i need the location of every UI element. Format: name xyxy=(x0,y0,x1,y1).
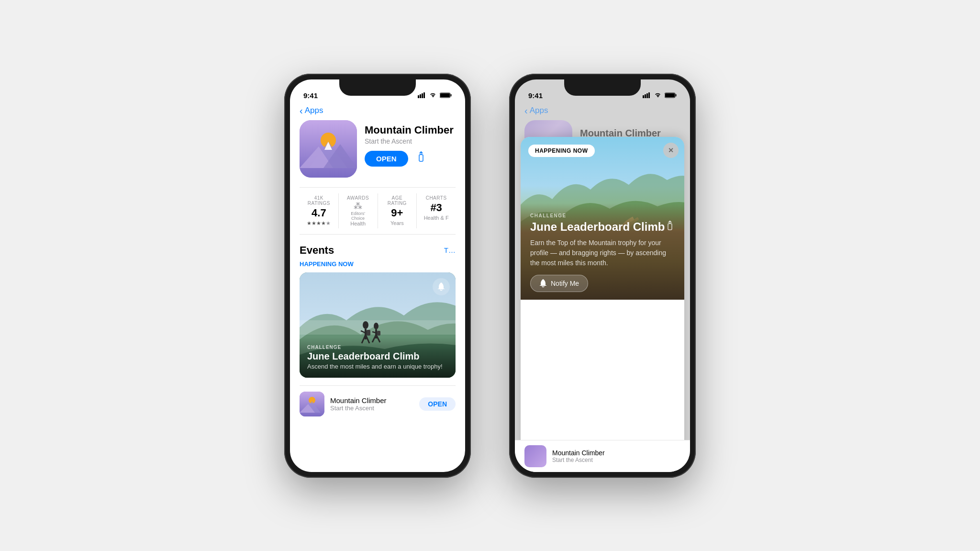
event-image-1: CHALLENGE June Leaderboard Climb Ascend … xyxy=(300,272,456,378)
open-button-bottom-1[interactable]: OPEN xyxy=(419,397,456,411)
event-desc-1: Ascend the most miles and earn a unique … xyxy=(307,363,448,370)
app-header-1: Mountain Climber Start the Ascent OPEN xyxy=(300,120,456,178)
awards-sub: Health xyxy=(343,221,374,226)
phone-2-screen: 9:41 ‹ Apps xyxy=(515,79,690,472)
event-detail-title-row-2: June Leaderboard Climb xyxy=(530,220,675,234)
age-sub: Years xyxy=(382,220,413,226)
bottom-app-row-2: Mountain Climber Start the Ascent xyxy=(515,440,690,472)
editors-choice-badge: ⁂ Editors'Choice xyxy=(343,201,374,221)
event-card-1[interactable]: CHALLENGE June Leaderboard Climb Ascend … xyxy=(300,272,456,378)
ratings-stars: ★★★★★ xyxy=(303,220,334,226)
app-info-1: Mountain Climber Start the Ascent OPEN xyxy=(365,120,456,167)
age-label: AGE RATING xyxy=(382,195,413,206)
svg-rect-37 xyxy=(665,93,675,97)
back-button-2[interactable]: ‹ Apps xyxy=(524,105,548,116)
awards-label: AWARDS xyxy=(343,195,374,201)
rating-cell-charts: CHARTS #3 Health & F xyxy=(417,193,456,228)
happening-now-badge-2: HAPPENING NOW xyxy=(528,145,595,157)
events-more-link[interactable]: T… xyxy=(444,246,456,254)
status-icons-2 xyxy=(643,92,677,100)
event-detail-overlay-2: HAPPENING NOW ✕ xyxy=(521,137,684,472)
wreath-icon: ⁂ xyxy=(354,201,362,211)
app-subtitle-1: Start the Ascent xyxy=(365,137,456,145)
svg-rect-5 xyxy=(440,93,450,97)
event-info-1: CHALLENGE June Leaderboard Climb Ascend … xyxy=(300,337,456,378)
event-hero-image-2: CHALLENGE June Leaderboard Climb Earn th… xyxy=(521,137,684,300)
open-button-1[interactable]: OPEN xyxy=(365,151,408,167)
back-chevron-icon-2: ‹ xyxy=(524,105,528,116)
editors-choice-text: Editors'Choice xyxy=(351,211,365,221)
back-label-2: Apps xyxy=(530,106,548,115)
app-row-sub-1: Start the Ascent xyxy=(330,405,413,412)
battery-icon-1 xyxy=(440,92,452,100)
status-time-1: 9:41 xyxy=(303,91,318,100)
notch-1 xyxy=(339,79,416,96)
charts-sub: Health & F xyxy=(421,215,452,221)
wifi-icon-2 xyxy=(654,92,662,100)
charts-label: CHARTS xyxy=(421,195,452,201)
phone-2: 9:41 ‹ Apps xyxy=(509,74,696,478)
svg-rect-2 xyxy=(422,93,423,98)
back-chevron-icon-1: ‹ xyxy=(300,105,303,116)
bottom-app-name-row-2: Mountain Climber xyxy=(552,449,680,457)
svg-rect-35 xyxy=(648,92,650,98)
rating-cell-age: AGE RATING 9+ Years xyxy=(378,193,417,228)
app-actions-1: OPEN xyxy=(365,151,456,167)
phone-1-screen: 9:41 ‹ Apps xyxy=(290,79,465,472)
event-detail-info-2: CHALLENGE June Leaderboard Climb Earn th… xyxy=(521,203,684,300)
nav-bar-1: ‹ Apps xyxy=(290,103,465,120)
svg-rect-0 xyxy=(418,95,419,98)
rating-cell-count: 41K RATINGS 4.7 ★★★★★ xyxy=(300,193,339,228)
close-button-2[interactable]: ✕ xyxy=(663,143,679,158)
status-icons-1 xyxy=(418,92,452,100)
svg-point-16 xyxy=(363,321,368,329)
charts-value: #3 xyxy=(421,202,452,214)
events-title-1: Events xyxy=(300,244,334,257)
svg-rect-41 xyxy=(668,224,672,230)
status-time-2: 9:41 xyxy=(528,91,543,100)
events-header-1: Events T… xyxy=(300,244,456,257)
notify-me-button-2[interactable]: Notify Me xyxy=(530,275,588,292)
ratings-count-label: 41K RATINGS xyxy=(303,195,334,206)
close-icon-2: ✕ xyxy=(668,146,674,154)
svg-rect-21 xyxy=(367,330,370,336)
svg-rect-13 xyxy=(419,155,423,161)
svg-rect-33 xyxy=(645,94,646,98)
event-detail-type-2: CHALLENGE xyxy=(530,213,675,218)
app-row-name-1: Mountain Climber xyxy=(330,396,413,405)
nav-bar-2: ‹ Apps xyxy=(515,103,690,120)
rating-cell-awards: AWARDS ⁂ Editors'Choice Health xyxy=(339,193,378,228)
bottom-app-icon-2 xyxy=(524,445,546,467)
event-detail-title-2: June Leaderboard Climb xyxy=(530,220,665,234)
battery-icon-2 xyxy=(665,92,677,100)
app-content-1: Mountain Climber Start the Ascent OPEN 4… xyxy=(290,120,465,460)
app-row-icon-1 xyxy=(300,392,324,416)
app-row-bottom-1: Mountain Climber Start the Ascent OPEN xyxy=(300,385,456,422)
notify-me-label-2: Notify Me xyxy=(551,280,579,287)
back-label-1: Apps xyxy=(305,106,323,115)
svg-rect-3 xyxy=(423,92,425,98)
share-icon-2[interactable] xyxy=(665,220,675,234)
bottom-app-info-2: Mountain Climber Start the Ascent xyxy=(552,449,680,463)
svg-rect-38 xyxy=(676,94,677,96)
back-button-1[interactable]: ‹ Apps xyxy=(300,105,323,116)
ratings-count-value: 4.7 xyxy=(303,207,334,219)
event-name-1: June Leaderboard Climb xyxy=(307,351,448,362)
event-type-1: CHALLENGE xyxy=(307,345,448,350)
signal-icon-1 xyxy=(418,92,426,100)
svg-rect-27 xyxy=(377,331,380,336)
svg-rect-32 xyxy=(643,95,644,98)
app-name-1: Mountain Climber xyxy=(365,124,456,136)
share-icon-1[interactable] xyxy=(416,151,426,166)
bottom-app-sub-row-2: Start the Ascent xyxy=(552,457,680,463)
bell-icon-1[interactable] xyxy=(433,278,450,295)
phone-1: 9:41 ‹ Apps xyxy=(284,74,471,478)
ratings-row-1: 41K RATINGS 4.7 ★★★★★ AWARDS ⁂ Editors'C… xyxy=(300,187,456,235)
svg-rect-1 xyxy=(420,94,421,98)
svg-point-22 xyxy=(374,323,379,329)
age-value: 9+ xyxy=(382,207,413,219)
signal-icon-2 xyxy=(643,92,651,100)
notch-2 xyxy=(564,79,641,96)
app-row-info-1: Mountain Climber Start the Ascent xyxy=(330,396,413,412)
svg-rect-34 xyxy=(646,93,648,98)
